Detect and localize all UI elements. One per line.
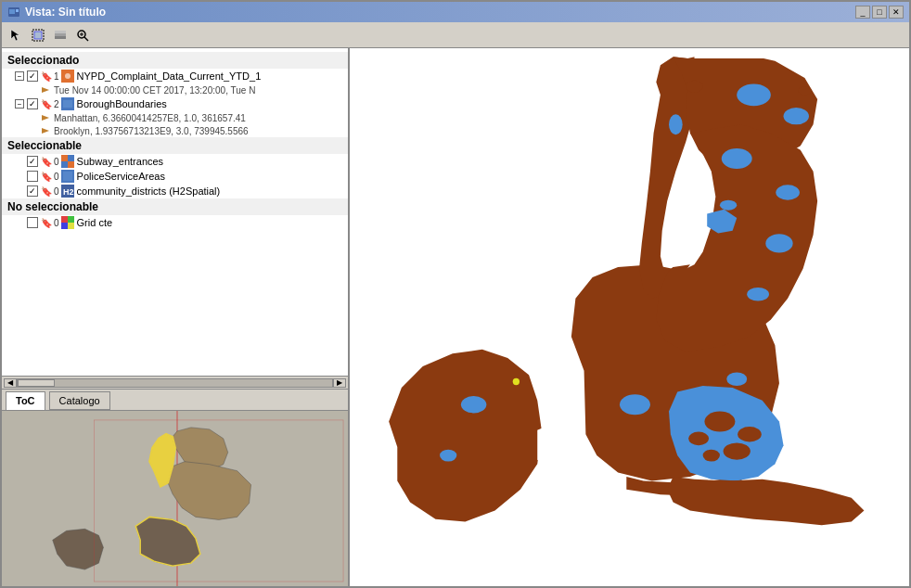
minimize-button[interactable]: _ bbox=[855, 6, 870, 19]
restore-button[interactable]: □ bbox=[872, 6, 887, 19]
svg-rect-21 bbox=[68, 155, 74, 161]
layers-button[interactable] bbox=[50, 25, 71, 45]
toc-panel[interactable]: Seleccionado − 🔖 1 NYPD_Complaint_Data_C… bbox=[2, 48, 348, 376]
svg-marker-17 bbox=[63, 100, 72, 108]
checkbox-subway[interactable] bbox=[27, 156, 38, 167]
svg-marker-15 bbox=[42, 87, 49, 93]
close-button[interactable]: ✕ bbox=[889, 6, 904, 19]
svg-point-49 bbox=[784, 108, 809, 124]
map-svg bbox=[350, 48, 909, 586]
manhattan-label: Manhattan, 6.36600414257E8, 1.0, 361657.… bbox=[54, 113, 246, 123]
zoom-button[interactable] bbox=[72, 25, 93, 45]
num-nypd: 🔖 bbox=[41, 71, 52, 82]
expand-borough[interactable]: − bbox=[15, 99, 24, 109]
svg-point-62 bbox=[798, 86, 812, 95]
section-no-seleccionable: No seleccionable bbox=[2, 198, 348, 215]
layer-community-row: 🔖 0 H2 community_districts (H2Spatial) bbox=[2, 184, 348, 198]
manhattan-child-row: Manhattan, 6.36600414257E8, 1.0, 361657.… bbox=[2, 111, 348, 124]
section-seleccionable: Seleccionable bbox=[2, 137, 348, 154]
police-badge: 🔖 bbox=[41, 172, 52, 182]
arrow-icon-3 bbox=[40, 125, 51, 136]
zoom-icon bbox=[76, 29, 89, 42]
title-bar: Vista: Sin título _ □ ✕ bbox=[2, 2, 909, 22]
tab-catalogo[interactable]: Catalogo bbox=[49, 391, 110, 410]
borough-num: 2 bbox=[54, 99, 59, 109]
checkbox-borough[interactable] bbox=[27, 98, 38, 109]
select-tool-button[interactable] bbox=[28, 25, 48, 45]
svg-rect-5 bbox=[34, 32, 42, 39]
window-title: Vista: Sin título bbox=[25, 6, 106, 19]
brooklyn-child-row: Brooklyn, 1.93756713213E9, 3.0, 739945.5… bbox=[2, 124, 348, 137]
tab-toc[interactable]: ToC bbox=[6, 391, 45, 411]
svg-point-55 bbox=[720, 200, 737, 211]
svg-rect-30 bbox=[61, 223, 68, 229]
placeholder2 bbox=[28, 113, 37, 122]
placeholder5 bbox=[15, 172, 24, 181]
svg-rect-31 bbox=[68, 223, 74, 229]
svg-point-46 bbox=[726, 372, 747, 386]
placeholder1 bbox=[28, 85, 37, 95]
svg-rect-28 bbox=[61, 216, 68, 223]
svg-rect-6 bbox=[55, 36, 66, 39]
svg-point-60 bbox=[703, 450, 720, 462]
svg-point-57 bbox=[738, 427, 762, 441]
scroll-right-button[interactable]: ▶ bbox=[333, 378, 346, 388]
checkbox-nypd[interactable] bbox=[27, 70, 38, 82]
main-content: Seleccionado − 🔖 1 NYPD_Complaint_Data_C… bbox=[2, 48, 909, 586]
nypd-layer-icon bbox=[61, 70, 74, 83]
subway-num: 0 bbox=[54, 157, 59, 167]
police-num: 0 bbox=[54, 172, 59, 182]
placeholder3 bbox=[28, 126, 37, 135]
community-num: 0 bbox=[54, 186, 59, 197]
layer-grid-row: 🔖 0 Grid cte bbox=[2, 215, 348, 230]
scrollbar-track[interactable] bbox=[17, 378, 333, 388]
svg-point-56 bbox=[704, 412, 735, 432]
nypd-layer-label: NYPD_Complaint_Data_Current_YTD_1 bbox=[77, 70, 262, 82]
svg-rect-29 bbox=[68, 216, 74, 223]
horizontal-scrollbar[interactable]: ◀ ▶ bbox=[2, 376, 348, 389]
window-icon bbox=[7, 6, 20, 19]
checkbox-grid[interactable] bbox=[27, 217, 38, 228]
subway-badge: 🔖 bbox=[41, 157, 52, 167]
scroll-left-button[interactable]: ◀ bbox=[4, 378, 17, 388]
grid-layer-icon bbox=[61, 216, 74, 229]
checkbox-police[interactable] bbox=[27, 171, 38, 182]
borough-layer-icon bbox=[61, 97, 74, 110]
placeholder4 bbox=[15, 157, 24, 166]
svg-rect-8 bbox=[55, 31, 66, 33]
layer-police-row: 🔖 0 PoliceServiceAreas bbox=[2, 169, 348, 184]
placeholder6 bbox=[15, 186, 24, 196]
nypd-num: 1 bbox=[54, 71, 59, 82]
scrollbar-thumb[interactable] bbox=[18, 379, 55, 387]
map-view[interactable] bbox=[350, 48, 909, 586]
grid-badge: 🔖 bbox=[41, 218, 52, 228]
svg-point-59 bbox=[724, 442, 751, 459]
main-window: Vista: Sin título _ □ ✕ bbox=[0, 0, 911, 588]
svg-point-61 bbox=[686, 81, 702, 93]
section-seleccionado: Seleccionado bbox=[2, 52, 348, 69]
borough-badge: 🔖 bbox=[41, 99, 52, 109]
svg-marker-18 bbox=[42, 115, 49, 121]
svg-rect-2 bbox=[16, 9, 19, 12]
placeholder7 bbox=[15, 218, 24, 227]
nypd-child-row: Tue Nov 14 00:00:00 CET 2017, 13:20:00, … bbox=[2, 83, 348, 96]
title-bar-left: Vista: Sin título bbox=[7, 6, 106, 19]
minimap-svg bbox=[2, 411, 348, 586]
grid-layer-label: Grid cte bbox=[77, 217, 113, 228]
expand-nypd[interactable]: − bbox=[15, 71, 24, 81]
checkbox-community[interactable] bbox=[27, 185, 38, 197]
svg-marker-3 bbox=[11, 30, 19, 41]
svg-rect-25 bbox=[63, 172, 72, 181]
cursor-tool-button[interactable] bbox=[6, 25, 26, 45]
svg-point-45 bbox=[620, 394, 650, 415]
svg-rect-7 bbox=[55, 33, 66, 36]
tab-bar: ToC Catalogo bbox=[2, 389, 348, 410]
grid-num: 0 bbox=[54, 218, 59, 228]
minimap bbox=[2, 410, 348, 586]
police-layer-icon bbox=[61, 170, 74, 183]
nypd-child-label: Tue Nov 14 00:00:00 CET 2017, 13:20:00, … bbox=[54, 85, 255, 96]
svg-point-47 bbox=[669, 114, 683, 134]
svg-rect-1 bbox=[9, 9, 15, 14]
brooklyn-label: Brooklyn, 1.93756713213E9, 3.0, 739945.5… bbox=[54, 126, 249, 136]
svg-rect-22 bbox=[61, 161, 68, 168]
